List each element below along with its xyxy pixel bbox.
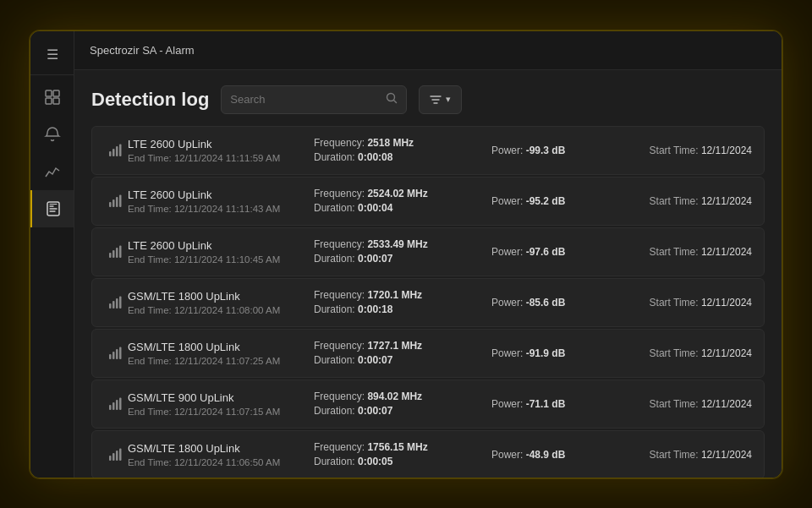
page-title: Detection log [91, 89, 209, 111]
detection-row[interactable]: GSM/LTE 1800 UpLink End Time: 12/11/2024… [91, 278, 765, 327]
sidebar-item-detection-log[interactable] [30, 190, 74, 227]
svg-rect-31 [109, 456, 112, 461]
end-time: End Time: 12/11/2024 11:06:50 AM [128, 457, 314, 467]
sidebar-item-analytics[interactable] [30, 153, 74, 190]
svg-rect-24 [112, 352, 115, 359]
detection-row[interactable]: LTE 2600 UpLink End Time: 12/11/2024 11:… [91, 227, 765, 276]
frequency-label: Frequency: 1727.1 MHz [314, 340, 491, 352]
end-time: End Time: 12/11/2024 11:07:25 AM [128, 356, 314, 366]
signal-name: LTE 2600 UpLink [128, 239, 314, 252]
alarm-icon [43, 125, 62, 144]
svg-rect-19 [109, 303, 112, 309]
duration-label: Duration: 0:00:18 [314, 303, 491, 315]
duration-label: Duration: 0:00:07 [314, 354, 491, 366]
signal-icon [104, 346, 128, 361]
start-time-value: 12/11/2024 [701, 145, 752, 156]
search-bar[interactable] [221, 85, 407, 114]
svg-rect-34 [119, 448, 122, 461]
hamburger-icon: ☰ [47, 46, 58, 63]
end-time: End Time: 12/11/2024 11:10:45 AM [128, 254, 314, 265]
detection-log-icon [44, 199, 63, 218]
power-field: Power: -97.6 dB [491, 246, 644, 258]
svg-rect-33 [116, 451, 118, 461]
svg-rect-23 [109, 354, 112, 359]
frequency-label: Frequency: 894.02 MHz [314, 391, 491, 402]
end-time: End Time: 12/11/2024 11:08:00 AM [128, 305, 314, 315]
sidebar: ☰ [30, 31, 74, 478]
svg-rect-7 [109, 151, 112, 156]
duration-label: Duration: 0:00:08 [314, 151, 491, 163]
frequency-value: 1720.1 MHz [367, 289, 422, 301]
end-time: End Time: 12/11/2024 11:11:59 AM [128, 153, 314, 163]
power-label: Power: -71.1 dB [491, 398, 644, 410]
dashboard-icon [43, 88, 62, 107]
start-time: Start Time: 12/11/2024 [644, 246, 752, 258]
search-input[interactable] [230, 93, 381, 106]
svg-rect-10 [119, 144, 122, 156]
sidebar-item-dashboard[interactable] [30, 79, 74, 116]
frequency-label: Frequency: 2524.02 MHz [314, 188, 491, 199]
frequency-field: Frequency: 2524.02 MHz Duration: 0:00:04 [314, 188, 491, 214]
power-value: -91.9 dB [526, 347, 566, 359]
detection-row[interactable]: GSM/LTE 1800 UpLink End Time: 12/11/2024… [91, 430, 765, 478]
detection-row[interactable]: LTE 2600 UpLink End Time: 12/11/2024 11:… [91, 177, 765, 226]
signal-icon [104, 447, 128, 462]
row-name-block: LTE 2600 UpLink End Time: 12/11/2024 11:… [128, 188, 314, 214]
signal-name: GSM/LTE 1800 UpLink [128, 442, 314, 455]
start-time: Start Time: 12/11/2024 [644, 145, 752, 156]
frequency-field: Frequency: 1756.15 MHz Duration: 0:00:05 [314, 441, 491, 467]
duration-value: 0:00:05 [358, 456, 392, 467]
svg-rect-1 [53, 90, 59, 96]
power-label: Power: -48.9 dB [491, 449, 644, 461]
frequency-value: 2524.02 MHz [367, 188, 427, 199]
frequency-label: Frequency: 1720.1 MHz [314, 289, 491, 301]
row-name-block: LTE 2600 UpLink End Time: 12/11/2024 11:… [128, 138, 314, 163]
start-time: Start Time: 12/11/2024 [644, 195, 752, 207]
svg-rect-11 [109, 202, 112, 207]
svg-rect-18 [119, 245, 122, 258]
frequency-label: Frequency: 2533.49 MHz [314, 238, 491, 250]
svg-rect-26 [119, 347, 122, 359]
frequency-field: Frequency: 1727.1 MHz Duration: 0:00:07 [314, 340, 491, 366]
svg-rect-21 [116, 298, 118, 309]
filter-button[interactable]: ▾ [419, 85, 462, 114]
row-name-block: GSM/LTE 900 UpLink End Time: 12/11/2024 … [128, 391, 314, 417]
svg-rect-12 [112, 199, 115, 207]
svg-rect-17 [116, 248, 118, 258]
signal-name: GSM/LTE 1800 UpLink [128, 341, 314, 353]
svg-line-6 [394, 101, 397, 103]
start-time: Start Time: 12/11/2024 [644, 449, 752, 461]
start-time-value: 12/11/2024 [701, 449, 752, 461]
svg-rect-8 [112, 149, 115, 156]
svg-rect-20 [112, 301, 115, 309]
power-field: Power: -91.9 dB [491, 347, 644, 359]
power-label: Power: -95.2 dB [491, 195, 644, 207]
sidebar-item-alarm[interactable] [30, 116, 74, 153]
svg-rect-25 [116, 349, 118, 359]
app-header: Spectrozir SA - Alarm [74, 31, 782, 70]
power-value: -71.1 dB [526, 398, 566, 410]
frequency-field: Frequency: 2518 MHz Duration: 0:00:08 [314, 137, 491, 163]
power-label: Power: -99.3 dB [491, 145, 644, 156]
main-content: Spectrozir SA - Alarm Detection log [74, 31, 782, 478]
frequency-field: Frequency: 894.02 MHz Duration: 0:00:07 [314, 391, 491, 417]
duration-label: Duration: 0:00:07 [314, 405, 491, 417]
signal-icon [104, 295, 128, 310]
signal-icon [104, 194, 128, 209]
app-title: Spectrozir SA - Alarm [90, 44, 195, 57]
duration-label: Duration: 0:00:05 [314, 456, 491, 467]
content-header: Detection log ▾ [91, 85, 765, 114]
power-field: Power: -85.6 dB [491, 297, 644, 309]
sidebar-menu-button[interactable]: ☰ [30, 40, 74, 75]
detection-row[interactable]: GSM/LTE 900 UpLink End Time: 12/11/2024 … [91, 380, 765, 429]
power-field: Power: -71.1 dB [491, 398, 644, 410]
signal-icon [104, 143, 128, 158]
svg-rect-14 [119, 194, 122, 207]
frequency-label: Frequency: 1756.15 MHz [314, 441, 491, 453]
power-field: Power: -99.3 dB [491, 145, 644, 156]
start-time-value: 12/11/2024 [701, 297, 752, 309]
detection-row[interactable]: LTE 2600 UpLink End Time: 12/11/2024 11:… [91, 126, 765, 175]
detection-row[interactable]: GSM/LTE 1800 UpLink End Time: 12/11/2024… [91, 329, 765, 378]
signal-name: LTE 2600 UpLink [128, 138, 314, 150]
filter-icon [430, 94, 442, 106]
